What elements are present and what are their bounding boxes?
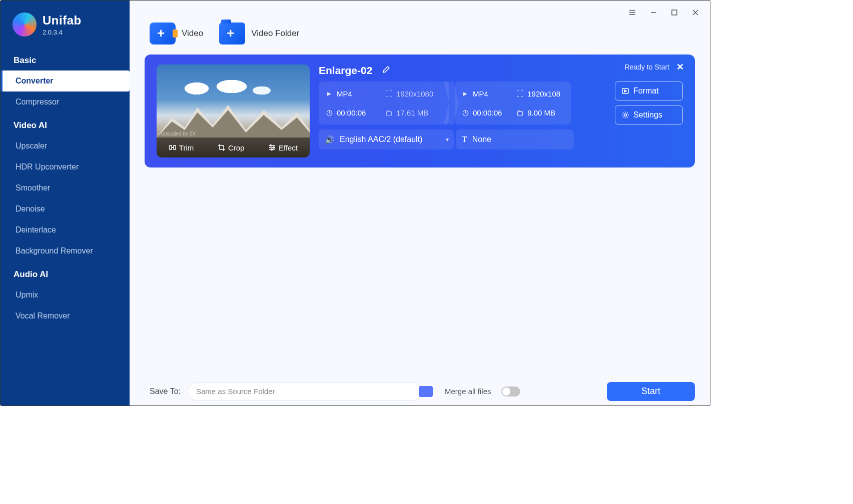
text-icon: T [462,135,467,144]
task-status: Ready to Start [625,63,670,71]
rename-button[interactable] [382,66,390,76]
app-logo-icon [13,12,37,36]
trim-button[interactable]: Trim [169,144,194,152]
video-thumbnail[interactable]: Upscaled by 2X Trim Crop Effect [157,64,310,158]
minimize-icon[interactable] [644,4,663,20]
window-controls [618,0,710,24]
thumbnail-watermark: Upscaled by 2X [161,131,196,136]
svg-point-15 [270,145,272,146]
play-icon: ▸ [461,89,470,98]
merge-files-label: Merge all files [445,387,491,396]
crop-button[interactable]: Crop [218,144,245,152]
target-resolution: 1920x108 [527,90,560,98]
file-icon: 🗀 [515,108,524,117]
task-list: Ready to Start ✕ Upscaled by 2X Trim Cro… [130,48,710,376]
subtitle-value: None [472,135,491,144]
svg-point-17 [271,149,273,150]
clock-icon: ◷ [461,108,470,117]
footer: Save To: Same as Source Folder Merge all… [130,376,710,406]
remove-task-button[interactable]: ✕ [676,62,684,72]
sidebar-item-deinterlace[interactable]: Deinterlace [1,220,130,240]
resolution-icon: ⛶ [515,89,524,98]
subtitle-select[interactable]: T None [456,130,574,150]
svg-rect-10 [174,146,176,150]
sidebar-item-denoise[interactable]: Denoise [1,198,130,220]
save-to-label: Save To: [150,387,181,396]
add-video-button[interactable]: Video [150,22,203,44]
source-duration: 00:00:06 [337,108,366,117]
save-path-input[interactable]: Same as Source Folder [188,382,422,400]
main-panel: Video Video Folder Ready to Start ✕ Upsc… [130,0,710,406]
add-folder-button[interactable]: Video Folder [219,22,299,44]
sidebar-item-upmix[interactable]: Upmix [1,284,130,306]
task-card: Ready to Start ✕ Upscaled by 2X Trim Cro… [145,54,695,168]
add-folder-icon [219,22,245,44]
sidebar-item-compressor[interactable]: Compressor [1,92,130,112]
menu-icon[interactable] [623,4,642,20]
svg-point-20 [624,114,627,116]
brand: Unifab 2.0.3.4 [1,10,130,48]
sidebar-section-basic: Basic [1,48,130,70]
brand-name: Unifab [43,14,82,28]
sidebar-item-upscaler[interactable]: Upscaler [1,136,130,156]
sidebar-item-hdr-upconverter[interactable]: HDR Upconverter [1,156,130,178]
speaker-icon: 🔊 [325,135,335,144]
svg-marker-19 [624,90,626,92]
source-info: ▸MP4 ⛶1920x1080 ◷00:00:06 🗀17.61 MB [319,82,449,124]
sidebar-item-smoother[interactable]: Smoother [1,178,130,198]
task-filename: Enlarge-02 [319,64,372,76]
audio-track-value: English AAC/2 (default) [340,135,422,144]
audio-track-select[interactable]: 🔊 English AAC/2 (default) [319,130,454,150]
source-format: MP4 [337,90,352,98]
target-duration: 00:00:06 [473,108,502,117]
svg-rect-4 [672,10,677,15]
svg-rect-9 [170,146,172,150]
add-video-label: Video [182,28,203,38]
source-resolution: 1920x1080 [396,90,433,98]
clock-icon: ◷ [325,108,334,117]
format-button[interactable]: Format [615,82,683,100]
effect-button[interactable]: Effect [268,144,298,152]
add-video-icon [150,22,176,44]
target-format: MP4 [473,90,488,98]
sidebar-section-audio-ai: Audio AI [1,262,130,284]
sidebar: Unifab 2.0.3.4 Basic Converter Compresso… [1,0,130,406]
target-info: ▸MP4 ⛶1920x108 ◷00:00:06 🗀9.00 MB [455,82,571,124]
browse-folder-button[interactable] [419,386,433,397]
sidebar-item-vocal-remover[interactable]: Vocal Remover [1,306,130,326]
sidebar-item-converter[interactable]: Converter [1,70,130,92]
play-icon: ▸ [325,89,334,98]
start-button[interactable]: Start [607,382,695,401]
maximize-icon[interactable] [665,4,684,20]
resolution-icon: ⛶ [384,89,393,98]
close-icon[interactable] [686,4,705,20]
app-window: Unifab 2.0.3.4 Basic Converter Compresso… [0,0,710,406]
file-icon: 🗀 [384,108,393,117]
source-size: 17.61 MB [396,108,428,117]
svg-point-16 [273,147,275,148]
sidebar-section-video-ai: Video AI [1,112,130,136]
brand-version: 2.0.3.4 [43,28,82,36]
merge-files-toggle[interactable] [501,386,520,396]
settings-button[interactable]: Settings [615,106,683,124]
target-size: 9.00 MB [527,108,555,117]
add-folder-label: Video Folder [251,28,299,38]
sidebar-item-background-remover[interactable]: Background Remover [1,240,130,262]
